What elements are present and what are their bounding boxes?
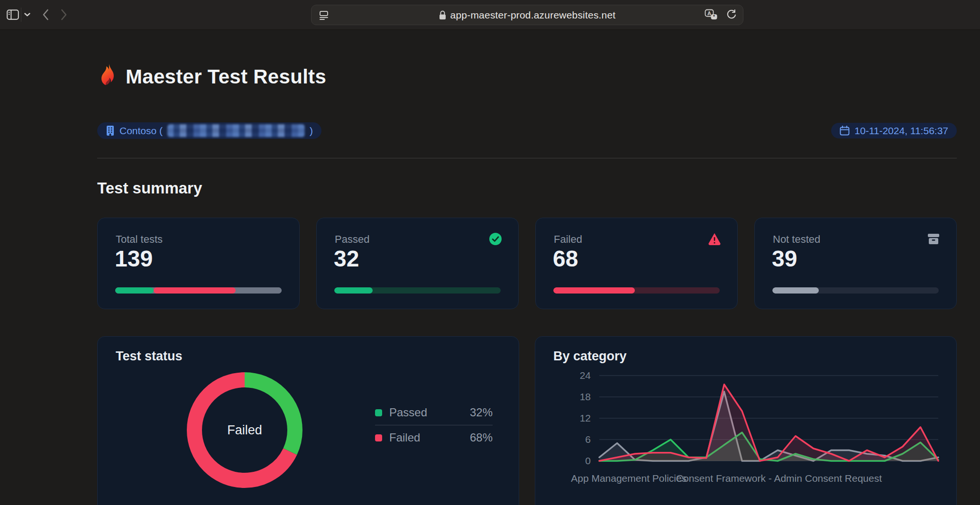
by-category-card: By category 06121824App Management Polic… xyxy=(535,336,957,505)
dashboard-content: Maester Test Results Contoso ( ) xyxy=(97,29,957,505)
forward-arrow-icon xyxy=(61,9,67,20)
redacted-tenant-id xyxy=(167,124,305,137)
legend-value: 32% xyxy=(470,406,493,419)
lock-icon xyxy=(439,10,446,20)
series-fill-red xyxy=(599,385,938,461)
not-tested-card: Not tested 39 xyxy=(754,218,957,309)
tenant-name: Contoso ( xyxy=(119,125,163,137)
y-tick-label: 12 xyxy=(580,413,591,423)
donut-center-label: Failed xyxy=(227,423,262,437)
total-tests-progress-bar xyxy=(115,287,282,294)
legend-label: Failed xyxy=(389,431,463,444)
progress-segment xyxy=(553,287,635,294)
by-category-title: By category xyxy=(553,349,627,364)
card-value: 68 xyxy=(553,246,578,272)
test-summary-heading: Test summary xyxy=(97,179,957,197)
card-value: 39 xyxy=(772,246,797,272)
svg-text:A: A xyxy=(707,10,711,16)
progress-segment xyxy=(236,287,282,294)
card-value: 32 xyxy=(334,246,359,272)
legend-row-failed: Failed 68% xyxy=(375,429,493,446)
reload-button[interactable] xyxy=(725,9,737,22)
svg-text:*: * xyxy=(713,14,715,19)
series-line-gray xyxy=(599,392,938,461)
category-line-chart-svg: 06121824App Management PoliciesConsent F… xyxy=(557,364,955,505)
legend-label: Passed xyxy=(389,406,463,419)
address-bar[interactable]: app-maester-prod.azurewebsites.net A * xyxy=(311,5,743,25)
toolbar-divider xyxy=(21,8,21,22)
not-tested-progress-bar xyxy=(772,287,939,294)
series-fill-gray xyxy=(599,392,938,461)
y-tick-label: 18 xyxy=(580,391,591,402)
summary-cards-row: Total tests 139 Passed 32 Failed 68 xyxy=(97,218,957,309)
timestamp-badge: 10-11-2024, 11:56:37 xyxy=(831,123,957,138)
card-label: Total tests xyxy=(116,233,163,246)
browser-window: app-maester-prod.azurewebsites.net A * xyxy=(0,0,980,505)
donut-legend: Passed 32% Failed 68% xyxy=(375,404,493,446)
tenant-badge: Contoso ( ) xyxy=(97,122,321,139)
test-status-card: Test status Failed Passed 32% Failed 68% xyxy=(97,336,519,505)
back-arrow-icon xyxy=(42,9,49,20)
charts-row: Test status Failed Passed 32% Failed 68% xyxy=(97,336,957,505)
card-label: Passed xyxy=(335,233,369,246)
card-label: Not tested xyxy=(773,233,820,246)
translate-button[interactable]: A * xyxy=(704,9,718,22)
back-button[interactable] xyxy=(39,7,52,23)
page-settings-button[interactable] xyxy=(318,9,330,21)
card-label: Failed xyxy=(554,233,582,246)
sidebar-toggle-button[interactable] xyxy=(6,6,20,23)
failed-progress-bar xyxy=(553,287,720,294)
flame-logo-icon xyxy=(97,64,118,90)
failed-card: Failed 68 xyxy=(535,218,738,309)
test-status-title: Test status xyxy=(116,349,183,364)
passed-swatch xyxy=(375,409,382,416)
series-line-red xyxy=(599,385,938,461)
check-circle-icon xyxy=(489,232,502,246)
forward-button[interactable] xyxy=(57,7,71,23)
donut-chart: Failed xyxy=(185,371,304,489)
page-title: Maester Test Results xyxy=(126,65,326,88)
legend-value: 68% xyxy=(470,431,493,444)
translate-icon: A * xyxy=(705,9,718,21)
section-divider xyxy=(97,158,957,158)
building-icon xyxy=(106,125,115,136)
sidebar-icon xyxy=(7,9,19,20)
timestamp-text: 10-11-2024, 11:56:37 xyxy=(854,125,948,137)
progress-segment xyxy=(772,287,819,294)
passed-card: Passed 32 xyxy=(316,218,519,309)
reader-icon xyxy=(319,10,329,20)
y-tick-label: 0 xyxy=(585,455,591,466)
browser-toolbar: app-maester-prod.azurewebsites.net A * xyxy=(0,0,980,30)
y-tick-label: 24 xyxy=(580,370,591,381)
x-category-label: App Management Policies xyxy=(571,473,687,484)
archive-box-icon xyxy=(927,232,940,246)
tenant-suffix: ) xyxy=(310,125,313,137)
badges-row: Contoso ( ) 10-11-2024, 11:56:37 xyxy=(97,122,957,139)
chevron-down-icon xyxy=(24,13,30,17)
x-category-label: Consent Framework - Admin Consent Reques… xyxy=(676,473,882,484)
progress-segment xyxy=(154,287,236,294)
sidebar-chevron-button[interactable] xyxy=(23,9,31,20)
donut-chart-svg: Failed xyxy=(185,371,304,489)
total-tests-card: Total tests 139 xyxy=(97,218,300,309)
y-tick-label: 6 xyxy=(585,434,591,445)
reload-icon xyxy=(726,9,736,21)
page-header: Maester Test Results xyxy=(97,52,957,101)
passed-progress-bar xyxy=(334,287,501,294)
legend-row-passed: Passed 32% xyxy=(375,404,493,421)
progress-segment xyxy=(334,287,373,294)
failed-swatch xyxy=(375,434,382,441)
warning-triangle-icon xyxy=(708,232,721,246)
legend-divider xyxy=(375,425,493,425)
url-text: app-maester-prod.azurewebsites.net xyxy=(450,9,616,21)
calendar-icon xyxy=(840,126,850,136)
progress-segment xyxy=(115,287,154,294)
card-value: 139 xyxy=(115,246,153,272)
